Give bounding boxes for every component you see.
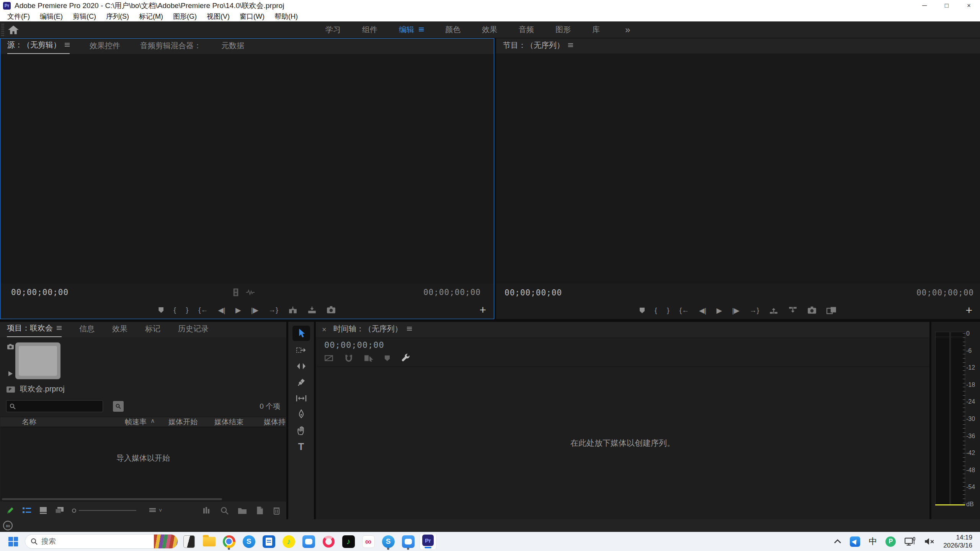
new-bin-icon[interactable] [238, 507, 247, 514]
workspace-tab-learning[interactable]: 学习 [325, 24, 341, 35]
step-forward-icon[interactable]: |▶ [732, 306, 740, 315]
drag-handle[interactable] [1, 24, 4, 36]
razor-tool[interactable] [292, 375, 310, 389]
menu-sequence[interactable]: 序列(S) [101, 12, 134, 21]
close-button[interactable]: × [958, 0, 980, 11]
panel-menu-icon[interactable] [568, 43, 573, 47]
go-to-in-icon[interactable]: {← [679, 306, 689, 315]
workspace-tab-editing[interactable]: 编辑 [399, 24, 424, 35]
menu-view[interactable]: 视图(V) [202, 12, 235, 21]
play-icon[interactable]: ▶ [717, 306, 722, 315]
taskbar-app-s-browser[interactable]: S [240, 533, 258, 550]
zoom-slider[interactable] [72, 509, 136, 513]
taskbar-app-chat-1[interactable] [300, 533, 317, 550]
taskbar-app-chat-2[interactable] [399, 533, 417, 550]
taskbar-app-phone[interactable] [180, 533, 198, 550]
search-highlight-image[interactable] [154, 534, 178, 549]
comparison-view-icon[interactable] [826, 306, 836, 314]
timeline-drop-zone[interactable]: 在此处放下媒体以创建序列。 [316, 367, 929, 519]
tab-effects[interactable]: 效果 [112, 324, 127, 337]
taskbar-app-skype[interactable]: S [379, 533, 397, 550]
mark-in-icon[interactable]: { [655, 306, 657, 315]
overwrite-icon[interactable] [307, 306, 317, 314]
freeform-view-icon[interactable] [55, 507, 64, 514]
icon-view-icon[interactable] [39, 507, 47, 514]
zoom-slider-knob[interactable] [72, 509, 76, 513]
network-display-icon[interactable] [904, 536, 916, 546]
tab-timeline[interactable]: 时间轴：（无序列） [333, 324, 412, 334]
taskbar-app-infinity[interactable]: ∞ [359, 533, 377, 550]
panel-menu-icon[interactable] [65, 43, 70, 47]
menu-markers[interactable]: 标记(M) [134, 12, 168, 21]
snap-icon[interactable] [344, 354, 353, 362]
menu-window[interactable]: 窗口(W) [235, 12, 270, 21]
drag-audio-icon[interactable] [246, 289, 255, 296]
start-button[interactable] [8, 537, 18, 546]
menu-edit[interactable]: 编辑(E) [35, 12, 68, 21]
scrollbar-thumb[interactable] [2, 498, 222, 500]
minimize-button[interactable]: ─ [913, 0, 936, 11]
export-frame-icon[interactable] [807, 306, 817, 314]
panel-menu-icon[interactable] [407, 327, 412, 331]
workspace-tab-graphics[interactable]: 图形 [555, 24, 571, 35]
nest-insert-icon[interactable] [324, 354, 333, 362]
step-forward-icon[interactable]: |▶ [251, 306, 259, 315]
menu-clip[interactable]: 剪辑(C) [68, 12, 101, 21]
tab-project[interactable]: 项目：联欢会 [7, 323, 62, 337]
add-marker-icon[interactable] [158, 307, 163, 313]
delete-icon[interactable] [273, 506, 280, 515]
column-media-duration[interactable]: 媒体持 [264, 417, 286, 427]
play-icon[interactable]: ▶ [235, 306, 241, 315]
hand-tool[interactable] [292, 424, 310, 437]
workspace-tab-assembly[interactable]: 组件 [362, 24, 377, 35]
taskbar-search-input[interactable] [41, 537, 137, 546]
go-to-out-icon[interactable]: →} [268, 306, 278, 314]
hidden-icons-chevron-icon[interactable] [834, 539, 841, 544]
column-media-start[interactable]: 媒体开始 [168, 417, 214, 427]
insert-icon[interactable] [288, 306, 297, 314]
find-icon[interactable] [220, 507, 229, 515]
export-frame-icon[interactable] [327, 306, 336, 314]
automate-to-sequence-icon[interactable] [203, 507, 211, 514]
horizontal-scrollbar[interactable] [0, 497, 286, 502]
filter-bin-button[interactable] [113, 401, 124, 412]
mark-out-icon[interactable]: } [186, 306, 188, 314]
extract-icon[interactable] [788, 306, 797, 315]
tray-cursor-app-icon[interactable] [850, 536, 860, 547]
workspace-menu-icon[interactable] [419, 28, 424, 32]
step-back-icon[interactable]: ◀| [218, 306, 225, 315]
tab-program[interactable]: 节目：（无序列） [503, 40, 573, 54]
taskbar-app-red-swirl[interactable] [320, 533, 337, 550]
taskbar-app-file-explorer[interactable] [200, 533, 218, 550]
audio-meter-bars[interactable] [935, 332, 965, 505]
workspace-tab-audio[interactable]: 音频 [519, 24, 534, 35]
taskbar-app-dark-music[interactable]: ♪ [340, 533, 357, 550]
timeline-settings-wrench-icon[interactable] [400, 353, 410, 363]
taskbar-app-notes[interactable] [260, 533, 278, 550]
ripple-edit-tool[interactable] [292, 359, 310, 373]
ime-indicator[interactable]: 中 [869, 536, 877, 547]
button-editor-icon[interactable]: + [479, 303, 486, 316]
tab-source[interactable]: 源：（无剪辑） [7, 40, 70, 54]
tab-audio-clip-mixer[interactable]: 音频剪辑混合器： [140, 41, 201, 54]
taskbar-clock[interactable]: 14:19 2026/3/16 [943, 533, 972, 550]
project-empty-list[interactable]: 导入媒体以开始 [0, 427, 286, 497]
column-framerate[interactable]: 帧速率 ∧ [125, 417, 168, 427]
menu-help[interactable]: 帮助(H) [270, 12, 303, 21]
tab-metadata[interactable]: 元数据 [221, 41, 244, 54]
writable-pencil-icon[interactable] [6, 506, 15, 515]
mark-out-icon[interactable]: } [667, 306, 669, 315]
drag-video-icon[interactable] [232, 289, 239, 296]
taskbar-app-chrome[interactable] [220, 533, 238, 550]
column-media-end[interactable]: 媒体结束 [214, 417, 264, 427]
mark-in-icon[interactable]: { [173, 306, 176, 314]
add-marker-icon[interactable] [640, 308, 645, 313]
menu-file[interactable]: 文件(F) [2, 12, 35, 21]
lift-icon[interactable] [769, 306, 778, 315]
project-search-input[interactable] [6, 400, 103, 412]
timeline-timecode[interactable]: 00;00;00;00 [324, 340, 929, 350]
new-item-icon[interactable] [256, 506, 264, 515]
taskbar-search[interactable] [25, 534, 178, 549]
pen-tool[interactable] [292, 408, 310, 421]
type-tool[interactable]: T [292, 440, 310, 453]
